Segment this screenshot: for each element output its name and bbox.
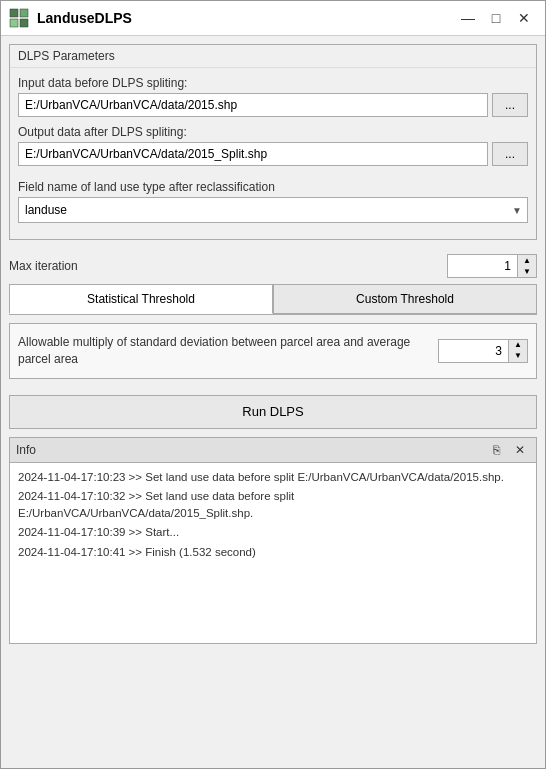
tab-statistical-threshold[interactable]: Statistical Threshold (9, 284, 273, 314)
param-spin-up-button[interactable]: ▲ (509, 340, 527, 351)
spin-up-button[interactable]: ▲ (518, 255, 536, 266)
info-line-3: 2024-11-04-17:10:39 >> Start... (18, 524, 528, 541)
minimize-button[interactable]: — (455, 7, 481, 29)
title-bar-left: LanduseDLPS (9, 8, 132, 28)
info-close-button[interactable]: ✕ (510, 441, 530, 459)
param-label: Allowable multiply of standard deviation… (18, 334, 430, 368)
param-section: Allowable multiply of standard deviation… (9, 323, 537, 379)
output-after-label: Output data after DLPS spliting: (18, 125, 528, 139)
max-iteration-input[interactable] (447, 254, 517, 278)
svg-rect-2 (10, 19, 18, 27)
run-dlps-button[interactable]: Run DLPS (9, 395, 537, 429)
svg-rect-1 (20, 9, 28, 17)
spin-down-button[interactable]: ▼ (518, 266, 536, 277)
content-area: DLPS Parameters Input data before DLPS s… (1, 44, 545, 644)
param-spinner-wrapper: ▲ ▼ (438, 339, 528, 363)
field-name-combo-wrapper: landuse (18, 197, 528, 223)
tab-custom-threshold[interactable]: Custom Threshold (273, 284, 537, 314)
param-row: Allowable multiply of standard deviation… (18, 334, 528, 368)
param-spinner-buttons: ▲ ▼ (508, 339, 528, 363)
svg-rect-0 (10, 9, 18, 17)
input-before-row: ... (18, 93, 528, 117)
field-name-label: Field name of land use type after reclas… (18, 180, 528, 194)
spinner-wrapper: ▲ ▼ (447, 254, 537, 278)
param-spin-down-button[interactable]: ▼ (509, 351, 527, 362)
output-after-field[interactable] (18, 142, 488, 166)
info-line-1: 2024-11-04-17:10:23 >> Set land use data… (18, 469, 528, 486)
main-window: LanduseDLPS — □ ✕ DLPS Parameters Input … (0, 0, 546, 769)
input-before-label: Input data before DLPS spliting: (18, 76, 528, 90)
spinner-buttons: ▲ ▼ (517, 254, 537, 278)
output-after-row: ... (18, 142, 528, 166)
input-before-field[interactable] (18, 93, 488, 117)
max-iteration-row: Max iteration ▲ ▼ (1, 248, 545, 284)
info-dock-button[interactable]: ⎘ (486, 441, 506, 459)
info-title: Info (16, 443, 36, 457)
dlps-params-group: DLPS Parameters Input data before DLPS s… (9, 44, 537, 240)
threshold-tabs: Statistical Threshold Custom Threshold (9, 284, 537, 315)
window-title: LanduseDLPS (37, 10, 132, 26)
info-content: 2024-11-04-17:10:23 >> Set land use data… (10, 463, 536, 643)
max-iteration-label: Max iteration (9, 259, 78, 273)
output-after-browse[interactable]: ... (492, 142, 528, 166)
param-value-input[interactable] (438, 339, 508, 363)
field-name-select[interactable]: landuse (18, 197, 528, 223)
info-controls: ⎘ ✕ (486, 441, 530, 459)
maximize-button[interactable]: □ (483, 7, 509, 29)
title-controls: — □ ✕ (455, 7, 537, 29)
info-panel: Info ⎘ ✕ 2024-11-04-17:10:23 >> Set land… (9, 437, 537, 644)
svg-rect-3 (20, 19, 28, 27)
input-before-browse[interactable]: ... (492, 93, 528, 117)
group-title: DLPS Parameters (10, 45, 536, 68)
info-line-2: 2024-11-04-17:10:32 >> Set land use data… (18, 488, 528, 523)
info-header: Info ⎘ ✕ (10, 438, 536, 463)
run-button-row: Run DLPS (1, 387, 545, 437)
close-button[interactable]: ✕ (511, 7, 537, 29)
app-icon (9, 8, 29, 28)
group-content: Input data before DLPS spliting: ... Out… (10, 68, 536, 239)
info-line-4: 2024-11-04-17:10:41 >> Finish (1.532 sec… (18, 544, 528, 561)
title-bar: LanduseDLPS — □ ✕ (1, 1, 545, 36)
field-name-select-row: landuse (18, 197, 528, 223)
